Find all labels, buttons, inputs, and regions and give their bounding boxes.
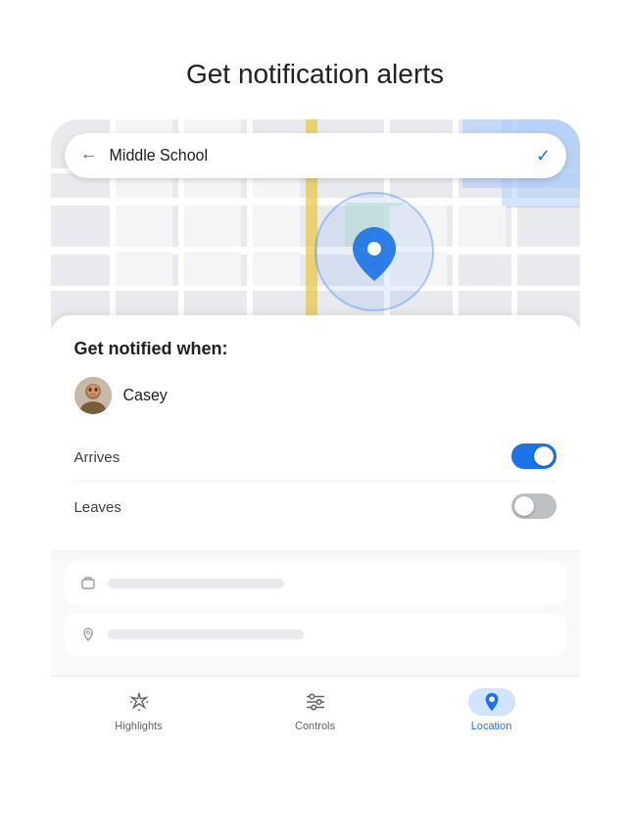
controls-icon: [305, 691, 326, 713]
highlights-icon-wrap: [116, 688, 163, 716]
person-name-text: Casey: [123, 387, 168, 404]
back-arrow-icon[interactable]: ←: [80, 146, 98, 166]
nav-item-highlights[interactable]: Highlights: [51, 688, 227, 731]
svg-rect-21: [184, 206, 241, 247]
leaves-label: Leaves: [74, 498, 121, 515]
list-item-2[interactable]: [65, 613, 566, 656]
highlights-icon: [128, 691, 150, 713]
search-bar[interactable]: ← Middle School ✓: [65, 133, 566, 178]
svg-point-36: [88, 388, 91, 392]
location-name-text: Middle School: [110, 147, 536, 164]
svg-point-49: [489, 696, 495, 702]
notify-heading: Get notified when:: [74, 339, 557, 359]
controls-icon-wrap: [292, 688, 339, 716]
list-item-1[interactable]: [65, 562, 566, 605]
highlights-label: Highlights: [115, 720, 162, 731]
svg-rect-25: [253, 252, 300, 286]
avatar: [74, 377, 112, 414]
bottom-nav: Highlights Controls: [51, 676, 580, 742]
arrives-toggle[interactable]: [511, 443, 557, 469]
svg-rect-23: [116, 252, 172, 286]
phone-frame: ← Middle School ✓ Get notified when: Ca: [51, 119, 580, 742]
svg-rect-24: [184, 252, 241, 286]
arrives-toggle-knob: [534, 446, 554, 466]
person-row: Casey: [74, 377, 557, 414]
svg-point-48: [311, 705, 315, 710]
map-area: ← Middle School ✓: [51, 119, 580, 325]
page-title: Get notification alerts: [0, 0, 630, 119]
list-item-1-bar: [108, 579, 284, 588]
bottom-list: [51, 550, 580, 676]
notification-card: Get notified when: Casey Arrives: [51, 315, 580, 550]
svg-point-47: [316, 699, 321, 704]
arrives-label: Arrives: [74, 448, 121, 465]
controls-label: Controls: [295, 720, 335, 731]
svg-point-37: [94, 388, 97, 392]
leaves-toggle-knob: [514, 496, 534, 516]
location-icon-wrap: [468, 688, 515, 716]
leaves-toggle[interactable]: [511, 493, 557, 519]
list-item-1-icon: [78, 574, 98, 593]
svg-point-39: [86, 631, 89, 634]
svg-rect-38: [82, 580, 94, 588]
list-item-2-bar: [108, 630, 304, 639]
list-item-2-icon: [78, 625, 98, 644]
leaves-toggle-row: Leaves: [74, 482, 557, 531]
confirm-icon[interactable]: ✓: [536, 145, 551, 166]
location-icon: [481, 691, 503, 713]
svg-rect-22: [253, 206, 300, 247]
nav-item-location[interactable]: Location: [404, 688, 580, 731]
nav-item-controls[interactable]: Controls: [227, 688, 404, 731]
svg-rect-20: [116, 206, 172, 247]
svg-point-46: [310, 694, 315, 699]
svg-rect-27: [459, 206, 506, 247]
arrives-toggle-row: Arrives: [74, 432, 557, 482]
location-label: Location: [471, 720, 512, 731]
svg-point-31: [367, 242, 381, 256]
